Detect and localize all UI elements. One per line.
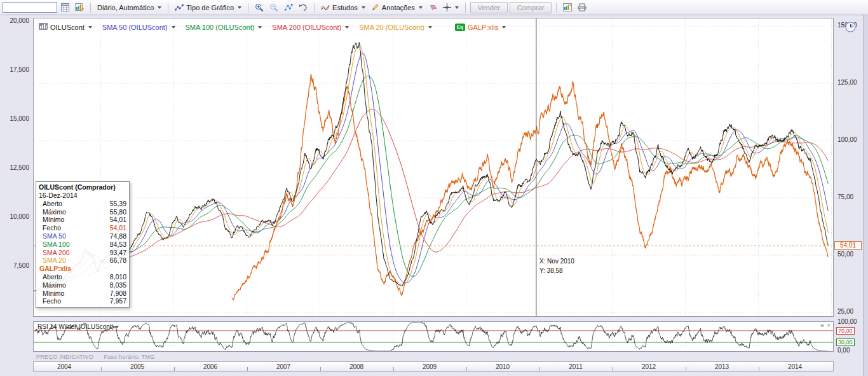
right-axis-label: 50,00	[837, 251, 853, 258]
legend-item-sma-50-oiluscont-[interactable]: SMA 50 (OILUScont)	[102, 24, 175, 31]
left-axis-label: 12,500	[10, 165, 29, 171]
rsi-indicator-label: RSI 14 Wilder (OILUScont)	[37, 323, 114, 330]
rsi-panel: RSI 14 Wilder (OILUScont) ≡×	[33, 321, 834, 352]
data-window-row: SMA 2066,78	[39, 256, 126, 265]
chart-settings-button[interactable]	[73, 2, 86, 13]
data-window-row: Mínimo7,908	[39, 289, 126, 298]
toolbar-separator	[556, 3, 557, 13]
chevron-down-icon	[158, 6, 161, 9]
time-axis[interactable]: 2004200520062007200820092010201120122013…	[33, 361, 834, 372]
x-axis-tick	[247, 367, 248, 371]
sma-50-path	[45, 53, 829, 289]
x-axis-year-label: 2014	[782, 363, 808, 370]
rsi-series-path	[35, 322, 829, 351]
chart-type-icon	[175, 4, 184, 11]
data-window-row-value: 8,035	[110, 281, 126, 289]
data-window-row-label: Aberto	[43, 273, 62, 281]
eraser-button[interactable]	[426, 3, 439, 13]
rsi-level-label: 70,00	[836, 327, 855, 335]
data-window-row-value: 7,908	[110, 289, 126, 298]
right-axis-label: 125,00	[837, 80, 857, 86]
toolbar-separator	[248, 3, 248, 13]
crosshair-icon	[443, 3, 451, 11]
legend-item-oiluscont[interactable]: OILUScont	[39, 23, 92, 31]
legend-label: SMA 200 (OILUScont)	[272, 24, 341, 31]
studies-dropdown[interactable]: Estudos	[319, 3, 367, 13]
magnifier-minus-icon	[269, 3, 278, 12]
status-bar: PREÇO INDICATIVO Fuso horário: TMG	[36, 354, 155, 360]
legend-item-sma-100-oiluscont-[interactable]: SMA 100 (OILUScont)	[186, 24, 262, 31]
galp-series-path	[232, 74, 829, 300]
legend-label: SMA 100 (OILUScont)	[186, 24, 255, 31]
x-axis-tick	[613, 367, 613, 371]
sma-100-path	[60, 76, 829, 285]
data-window-row-value: 74,88	[110, 232, 126, 240]
right-axis-label: 75,00	[837, 194, 853, 200]
sell-button[interactable]: Vender	[470, 2, 508, 13]
legend-item-sma-20-oiluscont-[interactable]: SMA 20 (OILUScont)	[359, 24, 432, 31]
x-axis-tick	[393, 367, 394, 371]
data-window-row-label: Fecho	[43, 297, 61, 305]
buy-button[interactable]: Comprar	[510, 2, 552, 13]
data-window[interactable]: OILUScont (Comprador) 16-Dez-2014 Aberto…	[36, 181, 130, 308]
legend-item-sma-200-oiluscont-[interactable]: SMA 200 (OILUScont)	[272, 24, 349, 31]
data-window-row: Mínimo54,01	[39, 216, 126, 224]
print-button[interactable]	[576, 2, 588, 13]
legend-label: SMA 50 (OILUScont)	[102, 24, 168, 31]
data-window-date: 16-Dez-2014	[39, 191, 126, 200]
crosshair-tool-dropdown[interactable]	[441, 2, 461, 13]
right-scroll-strip[interactable]	[863, 15, 868, 376]
rsi-chart-canvas[interactable]	[34, 322, 833, 351]
toolbar-separator	[465, 3, 466, 13]
rsi-panel-menu-icon[interactable]: ≡	[820, 322, 824, 329]
eraser-icon	[428, 4, 437, 11]
data-window-row: Fecho7,957	[39, 297, 126, 305]
linked-dots-icon	[284, 3, 293, 11]
report-button[interactable]	[561, 2, 574, 13]
chart-legend: OILUScontSMA 50 (OILUScont)SMA 100 (OILU…	[39, 23, 506, 31]
chevron-down-icon	[172, 26, 175, 29]
main-chart-panel: OILUScontSMA 50 (OILUScont)SMA 100 (OILU…	[33, 18, 834, 317]
undo-arrow-icon	[299, 3, 308, 11]
linked-charts-button[interactable]	[282, 2, 295, 13]
pencil-icon	[371, 3, 379, 11]
main-chart-canvas[interactable]	[34, 18, 833, 316]
interval-dropdown[interactable]: Diário, Automático	[95, 3, 163, 13]
session-clock-icon[interactable]	[845, 22, 856, 35]
symbol-input[interactable]	[3, 2, 57, 13]
legend-label: GALP:xlis	[468, 24, 498, 31]
x-axis-year-label: 2004	[51, 363, 77, 370]
annotations-dropdown[interactable]: Anotações	[369, 2, 424, 13]
left-axis-label: 15,000	[10, 116, 29, 122]
x-axis-year-label: 2013	[709, 363, 735, 370]
data-window-row-value: 55,80	[110, 208, 126, 216]
data-window-row: SMA 20093,47	[39, 249, 126, 257]
undo-button[interactable]	[297, 2, 309, 13]
chevron-down-icon	[238, 6, 241, 9]
rsi-panel-close-icon[interactable]: ×	[827, 322, 831, 329]
chart-type-dropdown[interactable]: Tipo de Gráfico	[173, 3, 243, 13]
left-price-axis[interactable]: 20,00017,50015,00012,50010,0007,500	[0, 18, 32, 317]
symbol-lookup-button[interactable]	[59, 2, 71, 13]
zoom-out-button[interactable]	[268, 2, 280, 13]
crosshair-y-label: Y: 38,58	[539, 267, 563, 274]
data-window-row: SMA 10084,53	[39, 240, 126, 249]
x-axis-tick	[101, 367, 102, 371]
main-toolbar: Diário, Automático Tipo de Gráfico Estud…	[0, 0, 868, 15]
x-axis-tick	[174, 367, 175, 371]
chart-edit-icon	[75, 3, 84, 11]
rsi-level-label: 30,00	[836, 338, 855, 346]
report-chart-icon	[563, 3, 572, 11]
rsi-axis: 100,0070,0030,000,00	[836, 321, 865, 354]
rsi-panel-controls: ≡×	[820, 322, 831, 329]
right-price-axis[interactable]: 150,00125,00100,0075,0050,0025,00	[836, 18, 864, 317]
x-axis-tick	[539, 367, 540, 371]
data-window-rows: Aberto55,39Máximo55,80Mínimo54,01Fecho54…	[39, 200, 126, 305]
zoom-in-button[interactable]	[253, 2, 266, 13]
data-window-row-label: Mínimo	[43, 216, 64, 224]
annotations-label: Anotações	[382, 4, 415, 11]
last-price-tag: 54,01	[834, 241, 862, 250]
panel-splitter[interactable]	[33, 317, 834, 321]
rsi-indicator-dropdown[interactable]: RSI 14 Wilder (OILUScont)	[37, 323, 119, 330]
legend-item-galp-xlis[interactable]: EqGALP:xlis	[455, 24, 506, 31]
